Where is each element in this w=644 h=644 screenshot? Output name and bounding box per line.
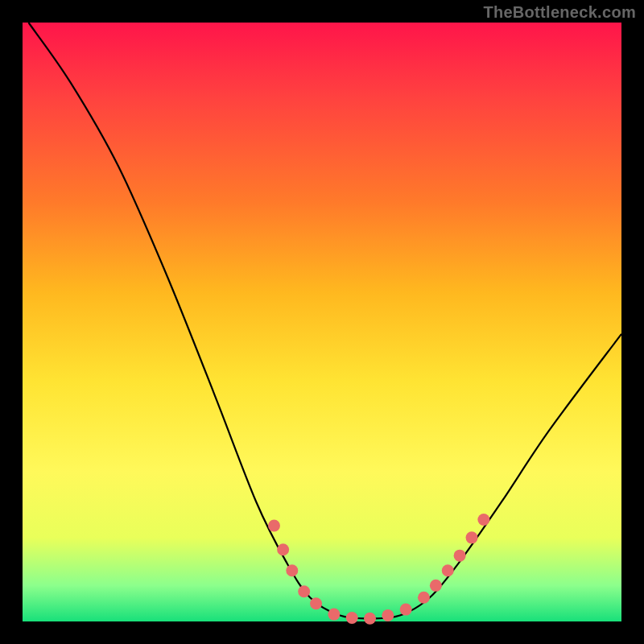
data-point — [430, 580, 442, 592]
chart-frame: TheBottleneck.com — [0, 0, 644, 644]
data-point — [466, 531, 478, 543]
watermark-text: TheBottleneck.com — [483, 3, 636, 22]
data-point — [346, 612, 358, 624]
bottleneck-curve — [28, 23, 621, 618]
data-point — [454, 550, 466, 562]
data-point — [418, 592, 430, 604]
data-point — [277, 543, 289, 555]
data-point — [477, 514, 489, 526]
data-point — [310, 597, 322, 609]
data-point — [328, 609, 340, 621]
data-point — [382, 609, 394, 621]
data-point — [442, 564, 454, 576]
chart-svg — [23, 23, 621, 621]
data-point — [364, 613, 376, 625]
data-point — [268, 519, 280, 531]
data-point — [298, 585, 310, 597]
plot-area — [23, 23, 621, 621]
data-point — [400, 604, 412, 616]
data-point — [286, 564, 298, 576]
